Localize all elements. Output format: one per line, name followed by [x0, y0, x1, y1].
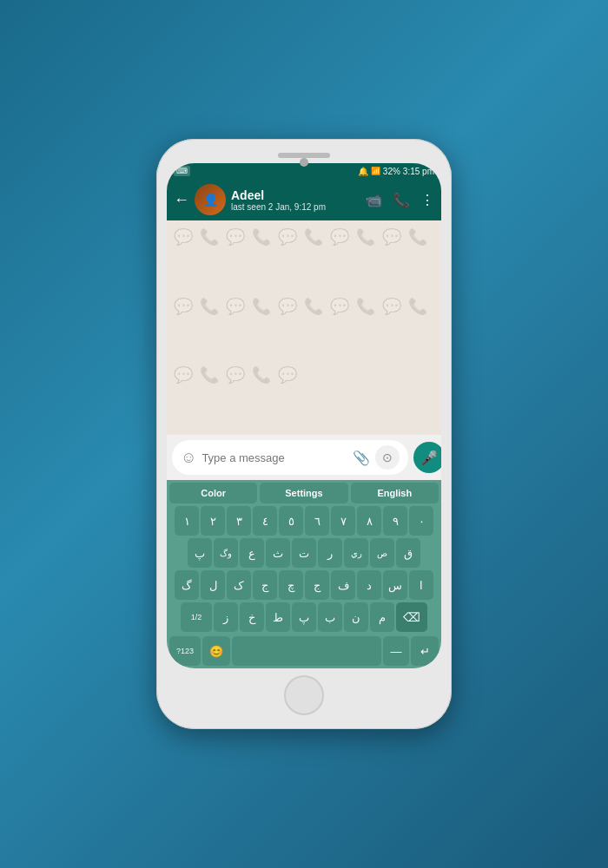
- key-row-2: گ ل ک ج چ ج ف د س ا: [169, 570, 439, 600]
- key-6[interactable]: ٦: [305, 506, 329, 536]
- key-ba[interactable]: ب: [318, 602, 342, 632]
- number-row: ١ ٢ ٣ ٤ ٥ ٦ ٧ ٨ ٩ ٠: [169, 506, 439, 536]
- english-button[interactable]: English: [351, 483, 439, 503]
- key-p[interactable]: پ: [188, 538, 212, 568]
- phone-device: ⌨ 🔔 📶 32% 3:15 pm ← 👤 Adeel last seen 2 …: [156, 139, 452, 729]
- time-display: 3:15 pm: [403, 167, 434, 176]
- key-cha[interactable]: چ: [279, 570, 303, 600]
- keyboard-status-icon: ⌨: [174, 166, 190, 176]
- key-jim[interactable]: ج: [253, 570, 277, 600]
- key-nun[interactable]: ن: [344, 602, 368, 632]
- key-wg[interactable]: وگ: [214, 538, 238, 568]
- keyboard-rows: ١ ٢ ٣ ٤ ٥ ٦ ٧ ٨ ٩ ٠ پ وگ ع ث ت: [169, 506, 439, 666]
- status-left: ⌨: [174, 166, 190, 176]
- key-2[interactable]: ٢: [201, 506, 225, 536]
- key-0[interactable]: ٠: [409, 506, 433, 536]
- key-dal[interactable]: د: [357, 570, 381, 600]
- key-qaf[interactable]: ق: [396, 538, 420, 568]
- key-lam[interactable]: ل: [201, 570, 225, 600]
- header-actions: 📹 📞 ⋮: [365, 192, 434, 208]
- key-za[interactable]: ز: [214, 602, 238, 632]
- contact-info: Adeel last seen 2 Jan, 9:12 pm: [231, 188, 360, 212]
- key-tha[interactable]: ث: [266, 538, 290, 568]
- key-kaf[interactable]: ک: [227, 570, 251, 600]
- wifi-icon: 📶: [371, 167, 380, 175]
- key-ta[interactable]: ت: [292, 538, 316, 568]
- mic-button[interactable]: 🎤: [413, 442, 441, 473]
- delete-key[interactable]: ⌫: [396, 602, 427, 632]
- home-button[interactable]: [284, 675, 324, 715]
- key-row-3: 1/2 ز خ ط پ ب ن م ⌫: [169, 602, 439, 632]
- phone-bottom-bar: [167, 668, 441, 719]
- chat-background: 💬📞💬📞💬 📞💬📞💬📞 💬📞💬📞💬 📞💬📞💬📞 💬📞💬📞💬: [167, 220, 441, 435]
- key-ga[interactable]: گ: [175, 570, 199, 600]
- key-half[interactable]: 1/2: [181, 602, 212, 632]
- emoji-button[interactable]: ☺: [181, 449, 196, 467]
- key-8[interactable]: ٨: [357, 506, 381, 536]
- key-5[interactable]: ٥: [279, 506, 303, 536]
- key-sin[interactable]: س: [383, 570, 407, 600]
- key-7[interactable]: ٧: [331, 506, 355, 536]
- key-9[interactable]: ٩: [383, 506, 407, 536]
- settings-button[interactable]: Settings: [260, 483, 347, 503]
- chat-header: ← 👤 Adeel last seen 2 Jan, 9:12 pm 📹 📞 ⋮: [167, 179, 441, 220]
- back-button[interactable]: ←: [174, 191, 189, 209]
- message-input-area: ☺ 📎 ⊙ 🎤: [167, 435, 441, 480]
- key-fa[interactable]: ف: [331, 570, 355, 600]
- color-button[interactable]: Color: [169, 483, 257, 503]
- battery-text: 32%: [383, 167, 400, 176]
- phone-camera: [300, 158, 308, 167]
- message-input[interactable]: [202, 451, 347, 464]
- key-row-1: پ وگ ع ث ت ر ري ص ق: [169, 538, 439, 568]
- key-4[interactable]: ٤: [253, 506, 277, 536]
- space-key[interactable]: [232, 636, 381, 666]
- key-kha[interactable]: خ: [240, 602, 264, 632]
- status-right: 🔔 📶 32% 3:15 pm: [358, 167, 434, 176]
- num-switch-key[interactable]: ?123: [169, 636, 201, 666]
- key-1[interactable]: ١: [175, 506, 199, 536]
- keyboard: Color Settings English ١ ٢ ٣ ٤ ٥ ٦ ٧ ٨ ٩…: [167, 480, 441, 668]
- key-mim[interactable]: م: [370, 602, 394, 632]
- contact-avatar: 👤: [195, 184, 226, 215]
- key-3[interactable]: ٣: [227, 506, 251, 536]
- phone-screen: ⌨ 🔔 📶 32% 3:15 pm ← 👤 Adeel last seen 2 …: [167, 163, 441, 668]
- key-ra[interactable]: ر: [318, 538, 342, 568]
- camera-button[interactable]: ⊙: [375, 445, 400, 470]
- more-options-button[interactable]: ⋮: [420, 192, 434, 208]
- enter-key[interactable]: ↵: [411, 636, 439, 666]
- alarm-icon: 🔔: [358, 167, 368, 176]
- key-ain[interactable]: ع: [240, 538, 264, 568]
- key-pb[interactable]: پ: [292, 602, 316, 632]
- key-ri[interactable]: ري: [344, 538, 368, 568]
- key-gim[interactable]: ج: [305, 570, 329, 600]
- emoji-keyboard-key[interactable]: 😊: [202, 636, 230, 666]
- contact-name: Adeel: [231, 188, 360, 202]
- key-toi[interactable]: ط: [266, 602, 290, 632]
- video-call-button[interactable]: 📹: [365, 192, 382, 208]
- attach-button[interactable]: 📎: [353, 450, 370, 466]
- message-input-box: ☺ 📎 ⊙: [172, 440, 408, 475]
- key-sad[interactable]: ص: [370, 538, 394, 568]
- chat-area: 💬📞💬📞💬 📞💬📞💬📞 💬📞💬📞💬 📞💬📞💬📞 💬📞💬📞💬: [167, 220, 441, 435]
- key-alif[interactable]: ا: [409, 570, 433, 600]
- keyboard-toolbar: Color Settings English: [169, 483, 439, 503]
- bottom-row: ?123 😊 — ↵: [169, 636, 439, 666]
- contact-status: last seen 2 Jan, 9:12 pm: [231, 202, 360, 212]
- dash-key[interactable]: —: [383, 636, 409, 666]
- voice-call-button[interactable]: 📞: [393, 192, 410, 208]
